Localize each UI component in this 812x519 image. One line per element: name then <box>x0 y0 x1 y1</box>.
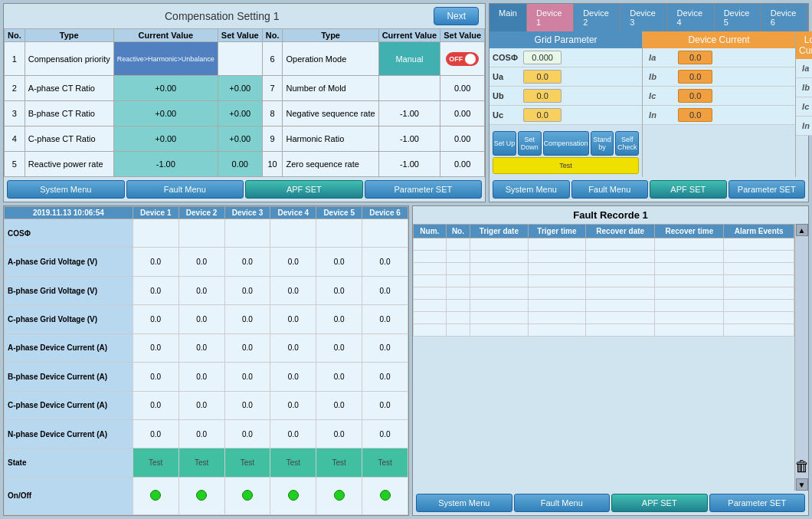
grid-param-header: Grid Parameter <box>489 31 642 48</box>
comp-type2-1: Number of Mold <box>283 76 378 101</box>
fault-system-menu-btn[interactable]: System Menu <box>416 494 512 512</box>
dt-val-5-4: 0.0 <box>316 363 362 391</box>
device-current-header: Device Current <box>643 31 795 48</box>
comp-type2-2: Negative sequence rate <box>283 101 378 126</box>
fault-row-empty-7 <box>414 312 794 324</box>
dc-value-ic: 0.0 <box>678 89 712 103</box>
state-val-4: Test <box>316 448 362 477</box>
comp-no-2: 3 <box>5 101 25 126</box>
fault-menu-btn[interactable]: Fault Menu <box>126 180 244 199</box>
comp-curr2-1 <box>378 76 440 101</box>
data-table-row-1: A-phase Grid Voltage (V)0.00.00.00.00.00… <box>5 248 408 276</box>
dt-val-3-2: 0.0 <box>224 305 270 333</box>
standby-btn[interactable]: Stand by <box>591 131 614 156</box>
tab-device1[interactable]: Device 1 <box>527 4 574 31</box>
comp-type-3: C-phase CT Ratio <box>25 126 113 152</box>
dt-dev1-header: Device 1 <box>133 207 178 219</box>
selfcheck-btn[interactable]: Self Check <box>615 131 639 156</box>
right-system-menu-btn[interactable]: System Menu <box>493 180 569 199</box>
dt-label-5: B-phase Device Current (A) <box>5 363 133 391</box>
tab-device2[interactable]: Device 2 <box>574 4 620 31</box>
dt-val-2-5: 0.0 <box>362 276 408 304</box>
setdown-btn[interactable]: Set Down <box>518 131 542 156</box>
lc-label-ib: Ib <box>802 83 812 92</box>
comp-no2-1: 7 <box>262 76 283 101</box>
fault-col-trtime: Triger time <box>528 225 585 238</box>
fault-row-empty-4 <box>414 275 794 287</box>
fault-col-no: No. <box>446 225 470 238</box>
dt-val-2-1: 0.0 <box>178 276 224 304</box>
comp-set2-1: 0.00 <box>440 76 485 101</box>
dt-val-0-3 <box>270 219 316 248</box>
col-curr1: Current Value <box>113 29 218 42</box>
dt-val-3-1: 0.0 <box>178 305 224 333</box>
comp-set-4: 0.00 <box>218 152 262 177</box>
col-set1: Set Value <box>218 29 262 42</box>
onoff-val-5 <box>362 477 408 514</box>
load-current-header: Load Current <box>796 31 812 59</box>
dt-val-0-4 <box>316 219 362 248</box>
right-param-set-btn[interactable]: Parameter SET <box>729 180 805 199</box>
tab-device3[interactable]: Device 3 <box>620 4 667 31</box>
fault-param-set-btn[interactable]: Parameter SET <box>709 494 806 512</box>
data-table-row-0: COSΦ <box>5 219 408 248</box>
fault-title: Fault Recorde 1 <box>413 206 808 224</box>
compensation-btn[interactable]: Compensation <box>543 131 589 156</box>
comp-set2-2: 0.00 <box>440 101 485 126</box>
comp-no2-4: 10 <box>262 152 283 177</box>
fault-fault-menu-btn[interactable]: Fault Menu <box>514 494 611 512</box>
right-apf-set-btn[interactable]: APF SET <box>650 180 726 199</box>
compensation-panel: Compensation Setting 1 Next No. Type Cur… <box>3 3 486 202</box>
tab-device6[interactable]: Device 6 <box>761 4 808 31</box>
fault-col-alarm: Alarm Events <box>724 225 794 238</box>
comp-type2-0: Operation Mode <box>283 42 378 76</box>
onoff-val-4 <box>316 477 362 514</box>
comp-set2-4: 0.00 <box>440 152 485 177</box>
dc-label-ib: Ib <box>649 72 672 81</box>
onoff-row: On/Off <box>5 477 408 514</box>
setup-btn[interactable]: Set Up <box>493 131 516 156</box>
dt-val-1-0: 0.0 <box>133 248 178 276</box>
dc-row-ia: Ia 0.0 <box>643 48 795 67</box>
dt-val-0-2 <box>224 219 270 248</box>
fault-bottom-btns: System Menu Fault Menu APF SET Parameter… <box>413 491 808 515</box>
comp-set-3: +0.00 <box>218 126 262 152</box>
trash-icon[interactable]: 🗑 <box>791 455 809 478</box>
comp-set-1: +0.00 <box>218 76 262 101</box>
next-button[interactable]: Next <box>434 7 479 25</box>
col-type2: Type <box>283 29 378 42</box>
dt-val-6-5: 0.0 <box>362 391 408 419</box>
tab-main[interactable]: Main <box>489 4 527 31</box>
dc-label-in: In <box>649 110 672 120</box>
apf-set-btn[interactable]: APF SET <box>245 180 363 199</box>
right-fault-menu-btn[interactable]: Fault Menu <box>571 180 648 199</box>
system-menu-btn[interactable]: System Menu <box>7 180 125 199</box>
scroll-down-btn[interactable]: ▼ <box>796 478 808 491</box>
grid-label-ub: Ub <box>493 91 523 100</box>
comp-no-1: 2 <box>5 76 25 101</box>
dt-label-1: A-phase Grid Voltage (V) <box>5 248 133 276</box>
comp-bottom-btns: System Menu Fault Menu APF SET Parameter… <box>4 177 485 202</box>
dt-val-1-2: 0.0 <box>224 248 270 276</box>
comp-curr2-3: -1.00 <box>378 126 440 152</box>
dt-val-5-0: 0.0 <box>133 363 178 391</box>
fault-row-empty-1 <box>414 238 794 251</box>
fault-apf-set-btn[interactable]: APF SET <box>611 494 708 512</box>
dt-val-1-1: 0.0 <box>178 248 224 276</box>
tab-device5[interactable]: Device 5 <box>715 4 761 31</box>
col-no2: No. <box>262 29 283 42</box>
comp-no-3: 4 <box>5 126 25 152</box>
dt-val-1-5: 0.0 <box>362 248 408 276</box>
tab-device4[interactable]: Device 4 <box>667 4 714 31</box>
col-type1: Type <box>25 29 113 42</box>
dt-dev5-header: Device 5 <box>316 207 362 219</box>
dt-val-4-5: 0.0 <box>362 333 408 362</box>
dt-val-4-2: 0.0 <box>224 333 270 362</box>
test-btn[interactable]: Test <box>493 157 639 174</box>
scroll-up-btn[interactable]: ▲ <box>796 224 808 236</box>
dt-val-0-0 <box>133 219 178 248</box>
comp-type-4: Reactive power rate <box>25 152 113 177</box>
param-set-btn[interactable]: Parameter SET <box>365 180 483 199</box>
dt-label-0: COSΦ <box>5 219 133 248</box>
comp-curr2-4: -1.00 <box>378 152 440 177</box>
